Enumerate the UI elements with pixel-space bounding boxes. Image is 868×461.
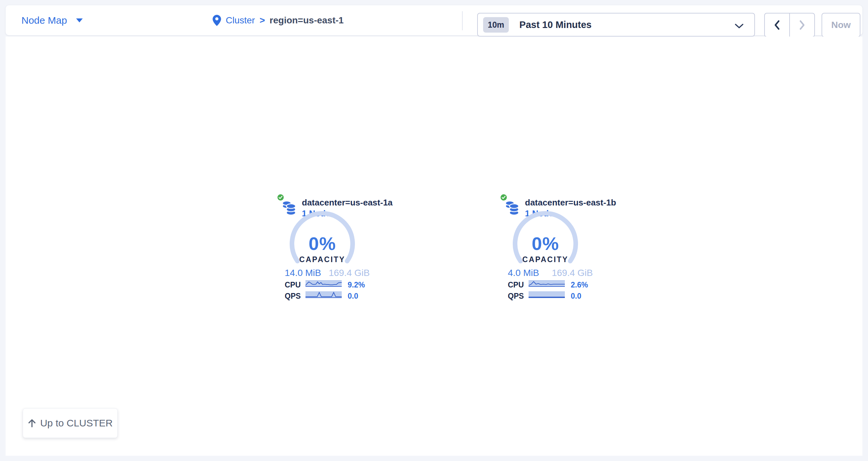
breadcrumb-cluster-link[interactable]: Cluster xyxy=(226,15,255,26)
caret-down-icon xyxy=(76,19,83,22)
datacenter-title: datacenter=us-east-1a xyxy=(302,198,393,208)
cpu-sparkline-path xyxy=(306,282,342,286)
capacity-range: 14.0 MiB 169.4 GiB xyxy=(285,268,370,278)
breadcrumb: Cluster > region=us-east-1 xyxy=(213,5,344,35)
location-pin-icon xyxy=(213,15,221,26)
time-range-label: Past 10 Minutes xyxy=(519,20,591,30)
cpu-sparkline-path xyxy=(529,282,565,286)
qps-value: 0.0 xyxy=(571,292,581,301)
breadcrumb-current: region=us-east-1 xyxy=(270,15,344,26)
chevron-left-icon xyxy=(773,20,781,30)
qps-label: QPS xyxy=(285,292,301,301)
time-range-badge: 10m xyxy=(483,17,509,33)
chevron-down-icon xyxy=(735,23,744,29)
now-button[interactable]: Now xyxy=(822,13,861,37)
qps-value: 0.0 xyxy=(348,292,358,301)
cpu-label: CPU xyxy=(285,281,301,290)
capacity-label: CAPACITY xyxy=(289,255,355,264)
capacity-total: 169.4 GiB xyxy=(329,268,370,278)
datacenter-title: datacenter=us-east-1b xyxy=(525,198,616,208)
capacity-used: 14.0 MiB xyxy=(285,268,321,278)
datacenter-card-us-east-1a[interactable]: datacenter=us-east-1a 1 Node 0% CAPACITY… xyxy=(277,193,372,301)
capacity-used: 4.0 MiB xyxy=(508,268,539,278)
header-divider xyxy=(462,11,463,30)
capacity-percentage: 0% xyxy=(289,233,355,254)
cpu-value: 9.2% xyxy=(348,281,365,290)
time-back-button[interactable] xyxy=(765,13,789,37)
up-to-cluster-label: Up to CLUSTER xyxy=(40,418,113,429)
chevron-right-icon xyxy=(799,20,806,30)
view-mode-label: Node Map xyxy=(22,15,67,26)
cpu-value: 2.6% xyxy=(571,281,588,290)
capacity-label: CAPACITY xyxy=(513,255,578,264)
breadcrumb-separator: > xyxy=(260,15,265,26)
capacity-range: 4.0 MiB 169.4 GiB xyxy=(508,268,593,278)
view-mode-dropdown[interactable]: Node Map xyxy=(22,5,83,35)
header-bar: Node Map Cluster > region=us-east-1 10m … xyxy=(6,5,862,35)
time-range-dropdown[interactable]: 10m Past 10 Minutes xyxy=(477,13,755,37)
capacity-total: 169.4 GiB xyxy=(552,268,593,278)
qps-sparkline-path xyxy=(306,292,342,297)
qps-sparkline xyxy=(529,291,565,298)
cpu-label: CPU xyxy=(508,281,524,290)
capacity-percentage: 0% xyxy=(513,233,578,254)
datacenter-card-us-east-1b[interactable]: datacenter=us-east-1b 1 Node 0% CAPACITY… xyxy=(500,193,595,301)
cpu-sparkline xyxy=(306,280,342,287)
qps-sparkline xyxy=(306,291,342,298)
time-forward-button[interactable] xyxy=(790,13,814,37)
cpu-sparkline xyxy=(529,280,565,287)
arrow-up-icon xyxy=(28,419,36,428)
time-range-arrows xyxy=(764,13,815,37)
up-to-cluster-button[interactable]: Up to CLUSTER xyxy=(23,408,118,438)
node-map-canvas: datacenter=us-east-1a 1 Node 0% CAPACITY… xyxy=(6,37,862,456)
qps-label: QPS xyxy=(508,292,524,301)
